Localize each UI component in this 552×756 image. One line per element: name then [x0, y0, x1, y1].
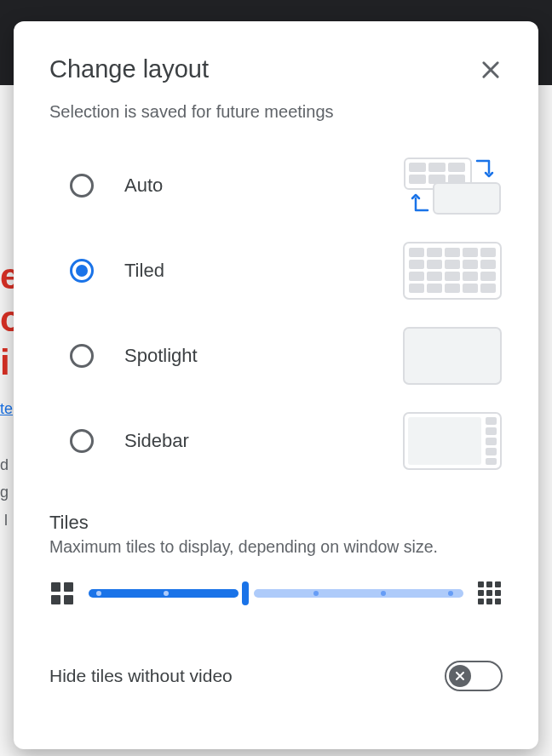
tiles-title: Tiles [49, 512, 503, 534]
close-button[interactable] [479, 58, 503, 82]
radio-auto[interactable] [70, 174, 94, 198]
svg-rect-1 [409, 163, 426, 172]
svg-rect-43 [495, 581, 501, 587]
svg-rect-47 [478, 598, 484, 604]
tiles-slider[interactable] [89, 583, 463, 604]
option-label: Sidebar [124, 430, 402, 452]
svg-rect-42 [486, 581, 492, 587]
slider-thumb[interactable] [242, 581, 249, 605]
svg-rect-26 [445, 284, 460, 293]
toggle-off-icon [449, 665, 471, 687]
hide-tiles-label: Hide tiles without video [49, 666, 233, 686]
svg-rect-40 [64, 595, 73, 604]
svg-rect-13 [480, 248, 496, 257]
svg-rect-2 [428, 163, 446, 172]
option-auto[interactable]: Auto [49, 156, 503, 215]
svg-rect-15 [427, 260, 442, 269]
svg-rect-28 [480, 284, 496, 293]
svg-rect-33 [486, 427, 497, 435]
svg-rect-9 [409, 248, 424, 257]
layout-options: Auto Tiled [49, 156, 503, 471]
option-tiled[interactable]: Tiled [49, 241, 503, 301]
svg-rect-31 [408, 417, 481, 465]
svg-rect-39 [51, 595, 60, 604]
change-layout-dialog: Change layout Selection is saved for fut… [14, 21, 538, 749]
option-label: Spotlight [124, 345, 402, 367]
svg-rect-11 [445, 248, 460, 257]
svg-rect-18 [480, 260, 496, 269]
preview-spotlight-icon [402, 326, 503, 386]
tiles-min-icon [49, 581, 75, 606]
svg-rect-34 [486, 438, 497, 445]
svg-rect-24 [409, 284, 424, 293]
svg-rect-22 [463, 272, 478, 281]
svg-rect-10 [427, 248, 442, 257]
svg-rect-23 [480, 272, 496, 281]
svg-rect-35 [486, 448, 497, 455]
preview-sidebar-icon [402, 411, 503, 471]
svg-rect-21 [445, 272, 460, 281]
radio-sidebar[interactable] [70, 429, 94, 453]
svg-rect-41 [478, 581, 484, 587]
option-label: Tiled [124, 260, 402, 282]
svg-rect-48 [486, 598, 492, 604]
radio-spotlight[interactable] [70, 344, 94, 368]
svg-rect-49 [495, 598, 501, 604]
svg-rect-25 [427, 284, 442, 293]
tiles-subtitle: Maximum tiles to display, depending on w… [49, 537, 503, 557]
preview-auto-icon [402, 156, 503, 215]
svg-rect-38 [64, 582, 73, 592]
close-icon [479, 58, 503, 82]
svg-rect-16 [445, 260, 460, 269]
svg-rect-12 [463, 248, 478, 257]
svg-rect-27 [463, 284, 478, 293]
tiles-max-icon [477, 581, 503, 606]
svg-rect-29 [404, 328, 501, 384]
option-spotlight[interactable]: Spotlight [49, 326, 503, 386]
svg-rect-4 [409, 175, 426, 184]
svg-rect-45 [486, 590, 492, 596]
preview-tiled-icon [402, 241, 503, 301]
svg-rect-19 [409, 272, 424, 281]
svg-rect-36 [486, 458, 497, 465]
dialog-title: Change layout [49, 55, 209, 83]
svg-rect-37 [51, 582, 60, 592]
svg-rect-32 [486, 417, 497, 425]
svg-rect-7 [434, 183, 500, 214]
svg-rect-44 [478, 590, 484, 596]
svg-rect-14 [409, 260, 424, 269]
svg-rect-17 [463, 260, 478, 269]
hide-tiles-toggle[interactable] [445, 661, 503, 691]
svg-rect-46 [495, 590, 501, 596]
option-sidebar[interactable]: Sidebar [49, 411, 503, 471]
option-label: Auto [124, 175, 402, 197]
dialog-subtitle: Selection is saved for future meetings [49, 102, 503, 122]
radio-tiled[interactable] [70, 259, 94, 283]
svg-rect-3 [448, 163, 465, 172]
svg-rect-20 [427, 272, 442, 281]
